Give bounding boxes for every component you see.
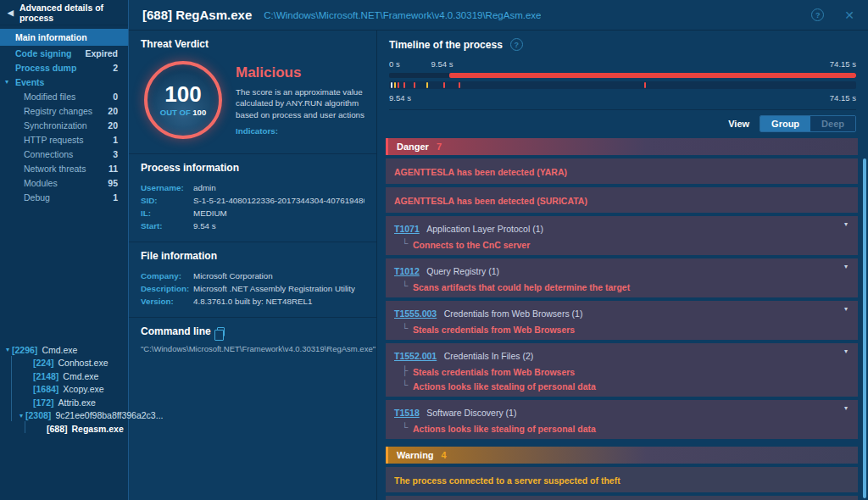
process-pid: [1684]: [33, 384, 58, 394]
technique-link[interactable]: T1555.003: [394, 308, 437, 319]
process-tree-node[interactable]: ▾ [2308] 9c21ee0f98ba8ff396a2c3...: [0, 409, 128, 423]
sidebar-item[interactable]: Connections 3: [0, 147, 128, 161]
process-tree-node[interactable]: [688] Regasm.exe: [0, 422, 128, 436]
info-value: 9.54 s: [193, 219, 216, 232]
tab-group[interactable]: Group: [760, 116, 810, 131]
threat-sub-line: Scans artifacts that could help determin…: [402, 282, 849, 292]
sidebar-item[interactable]: Debug 1: [0, 190, 128, 204]
sidebar-item[interactable]: Network threats 11: [0, 161, 128, 175]
sidebar-item[interactable]: Synchronization 20: [0, 118, 128, 132]
scrollbar-thumb[interactable]: [863, 158, 866, 498]
process-pid: [2296]: [12, 345, 37, 355]
sidebar-item[interactable]: Code signing Expired: [0, 46, 128, 60]
threat-row[interactable]: The process connected to a server suspec…: [386, 467, 858, 492]
copy-icon[interactable]: [217, 327, 225, 336]
sidebar-item-value: 11: [108, 164, 118, 174]
timeline-title: Timeline of the process: [389, 39, 503, 51]
info-value: admin: [193, 181, 216, 194]
sidebar-item[interactable]: Modules 95: [0, 175, 128, 190]
command-line-value: "C:\Windows\Microsoft.NET\Framework\v4.0…: [141, 344, 364, 353]
tree-expander-icon[interactable]: ▾: [19, 412, 23, 419]
sidebar-item-value: 1: [113, 135, 118, 145]
main-area: [688] RegAsm.exe C:\Windows\Microsoft.NE…: [129, 0, 868, 500]
sidebar-item[interactable]: ▾ Events: [0, 75, 128, 89]
threat-sub-line: Steals credentials from Web Browsers: [402, 367, 849, 377]
sidebar-item-label: Connections: [24, 149, 73, 159]
threat-row[interactable]: AGENTTESLA has been detected (SURICATA): [386, 187, 858, 213]
threat-row[interactable]: T1555.003 Credentials from Web Browsers …: [386, 301, 858, 340]
info-label: Company:: [141, 269, 193, 282]
score-total: 100: [192, 108, 206, 117]
danger-header: Danger 7: [386, 138, 858, 155]
timeline-lifetime-bar[interactable]: [389, 73, 856, 78]
close-icon[interactable]: ✕: [844, 8, 854, 22]
help-icon[interactable]: ?: [811, 8, 824, 21]
sidebar-item-label: Code signing: [15, 48, 72, 58]
threat-row[interactable]: AGENTTESLA has been detected (YARA): [386, 158, 858, 184]
tree-expander-icon[interactable]: ▾: [6, 346, 9, 353]
score-out-of-label: OUT OF: [160, 108, 191, 117]
timeline-help-icon[interactable]: ?: [510, 38, 523, 51]
chevron-down-icon[interactable]: ▾: [844, 305, 848, 313]
timeline-row2-end: 74.15 s: [830, 93, 856, 103]
timeline-event-tick: [391, 82, 392, 88]
threat-row-title: AGENTTESLA has been detected (YARA): [394, 167, 567, 177]
technique-link[interactable]: T1518: [394, 408, 420, 418]
info-row: Start: 9.54 s: [141, 219, 364, 232]
chevron-down-icon[interactable]: ▾: [844, 220, 848, 228]
sidebar-item-value: Expired: [85, 48, 118, 58]
back-icon[interactable]: ◀: [8, 8, 14, 17]
warning-count: 4: [442, 450, 447, 460]
view-tabs: View Group Deep: [377, 110, 868, 138]
process-tree-node[interactable]: [224] Conhost.exe: [0, 357, 128, 370]
process-name: Xcopy.exe: [63, 384, 103, 394]
process-tree-node[interactable]: [1684] Xcopy.exe: [0, 383, 128, 397]
chevron-down-icon[interactable]: ▾: [844, 404, 848, 412]
timeline-start-label: 0 s: [389, 59, 400, 69]
timeline-event-tick: [459, 82, 460, 88]
threat-row[interactable]: T1012 Query Registry (1) ▾ Scans artifac…: [386, 258, 858, 297]
technique-link[interactable]: T1071: [394, 224, 420, 234]
file-information-title: File information: [141, 250, 364, 262]
tab-view[interactable]: View: [728, 119, 749, 129]
threat-row[interactable]: T1552.001 Credentials In Files (2) ▾ Ste…: [386, 343, 858, 397]
technique-link[interactable]: T1012: [394, 266, 420, 276]
info-label: Start:: [141, 219, 193, 232]
process-tree-node[interactable]: ▾ [2296] Cmd.exe: [0, 343, 128, 357]
advanced-details-window: ◀ Advanced details of process Main infor…: [0, 0, 868, 500]
tab-deep[interactable]: Deep: [810, 116, 855, 131]
score-value: 100: [164, 83, 201, 105]
sidebar-item-value: 1: [113, 192, 118, 203]
sidebar-item[interactable]: Main information: [0, 29, 128, 46]
threat-row[interactable]: T1071 Application Layer Protocol (1) ▾ C…: [386, 216, 858, 255]
technique-link[interactable]: T1552.001: [394, 351, 437, 361]
timeline-event-tick: [403, 82, 405, 88]
sidebar-item[interactable]: Process dump 2: [0, 60, 128, 75]
score-gauge: 100 OUT OF 100: [144, 61, 222, 139]
vertical-scrollbar[interactable]: [863, 158, 866, 498]
info-row: Description: Microsoft .NET Assembly Reg…: [141, 282, 364, 295]
process-path-link[interactable]: C:\Windows\Microsoft.NET\Framework\v4.0.…: [264, 10, 541, 20]
threat-row-title: Query Registry (1): [426, 266, 499, 276]
threat-row-title: AGENTTESLA has been detected (SURICATA): [394, 196, 587, 206]
danger-section: Danger 7 AGENTTESLA has been detected (Y…: [386, 138, 858, 439]
threat-row[interactable]: T1518 Software Discovery (1) ▾ Actions l…: [386, 400, 858, 439]
warning-label: Warning: [397, 450, 434, 460]
chevron-down-icon[interactable]: ▾: [844, 347, 848, 355]
chevron-down-icon: ▾: [5, 78, 14, 86]
sidebar-item[interactable]: HTTP requests 1: [0, 132, 128, 147]
chevron-down-icon[interactable]: ▾: [844, 263, 848, 270]
process-name: Cmd.exe: [63, 371, 98, 381]
info-label: Version:: [141, 295, 193, 308]
threat-row[interactable]: T1071.003 Mail Protocols (1) ▾ Connects …: [386, 496, 858, 500]
threat-list[interactable]: Danger 7 AGENTTESLA has been detected (Y…: [377, 138, 868, 500]
process-tree-node[interactable]: [2148] Cmd.exe: [0, 369, 128, 383]
sidebar-item-value: 0: [113, 92, 118, 102]
sidebar-item[interactable]: Registry changes 20: [0, 103, 128, 118]
process-information-title: Process information: [141, 162, 364, 174]
info-row: Username: admin: [141, 181, 364, 194]
sidebar-item[interactable]: Modified files 0: [0, 89, 128, 103]
timeline-events-track[interactable]: [389, 81, 856, 89]
process-tree-node[interactable]: [172] Attrib.exe: [0, 396, 128, 409]
info-value: S-1-5-21-4080122336-2017344304-407619480…: [193, 194, 364, 207]
